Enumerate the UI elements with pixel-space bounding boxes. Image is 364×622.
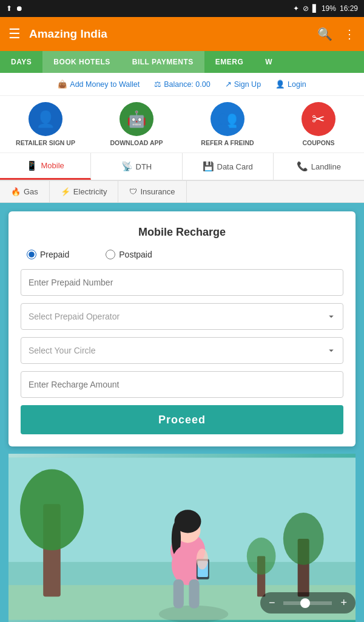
svg-point-15 [197, 549, 208, 569]
zoom-in-button[interactable]: + [332, 592, 356, 613]
more-icon[interactable]: ⋮ [343, 27, 356, 41]
hamburger-menu[interactable]: ☰ [8, 26, 21, 42]
secondary-tab-bar: 🔥 Gas ⚡ Electricity 🛡 Insurance [0, 181, 364, 203]
main-content: Mobile Recharge Prepaid Postpaid Select … [0, 203, 364, 622]
gas-tab-label: Gas [24, 187, 38, 196]
proceed-button[interactable]: Proceed [21, 405, 343, 434]
electricity-tab-icon: ⚡ [61, 187, 70, 196]
signal-icon: ▋ [312, 4, 318, 13]
status-left-icons: ⬆ ⏺ [6, 4, 23, 13]
svg-rect-11 [174, 579, 184, 609]
mobile-tab-label: Mobile [41, 161, 64, 170]
signup-icon: ↗ [225, 80, 232, 89]
coupons-label: COUPONS [302, 139, 334, 146]
balance-icon: ⚖ [154, 80, 161, 89]
insurance-tab-label: Insurance [140, 187, 175, 196]
wifi-off-icon: ⊘ [303, 4, 309, 13]
download-app-item[interactable]: 🤖 DOWNLOAD APP [91, 102, 182, 146]
signup-link[interactable]: ↗ Sign Up [225, 80, 261, 89]
coupons-icon: ✂ [302, 102, 335, 136]
tab-insurance[interactable]: 🛡 Insurance [118, 181, 186, 202]
postpaid-radio[interactable] [106, 250, 115, 259]
zoom-out-button[interactable]: − [260, 592, 284, 613]
landline-tab-label: Landline [311, 162, 341, 171]
tab-datacard[interactable]: 💾 Data Card [183, 153, 274, 180]
refer-friend-item[interactable]: 👥 REFER A FREIND [182, 102, 273, 146]
bluetooth-icon: ✦ [293, 4, 299, 13]
dth-tab-icon: 📡 [121, 161, 133, 172]
nav-item-bill-payments[interactable]: BILL PAYMENTS [121, 51, 204, 73]
datacard-tab-label: Data Card [217, 162, 253, 171]
time-display: 16:29 [340, 4, 358, 13]
dth-tab-label: DTH [136, 162, 152, 171]
retailer-label: RETAILER SIGN UP [16, 139, 75, 146]
search-icon[interactable]: 🔍 [317, 27, 332, 41]
prepaid-number-input[interactable] [21, 269, 343, 296]
status-bar: ⬆ ⏺ ✦ ⊘ ▋ 19% 16:29 [0, 0, 364, 17]
recharge-amount-input[interactable] [21, 371, 343, 398]
landline-tab-icon: 📞 [297, 161, 308, 172]
svg-point-19 [247, 538, 276, 575]
top-bar: ☰ Amazing India 🔍 ⋮ [0, 17, 364, 51]
postpaid-radio-label[interactable]: Postpaid [106, 250, 152, 259]
datacard-tab-icon: 💾 [203, 161, 214, 172]
tab-electricity[interactable]: ⚡ Electricity [50, 181, 119, 202]
insurance-tab-icon: 🛡 [129, 187, 137, 196]
nav-item-w[interactable]: W [254, 51, 283, 73]
postpaid-label: Postpaid [119, 250, 152, 259]
download-label: DOWNLOAD APP [110, 139, 163, 146]
tab-mobile[interactable]: 📱 Mobile [0, 153, 91, 180]
wallet-icon: 👜 [58, 80, 67, 89]
operator-select[interactable]: Select Prepaid Operator Airtel Vodafone … [21, 303, 343, 330]
mobile-recharge-form: Mobile Recharge Prepaid Postpaid Select … [8, 211, 356, 446]
nav-item-days[interactable]: DAYS [0, 51, 42, 73]
wallet-bar: 👜 Add Money to Wallet ⚖ Balance: 0.00 ↗ … [0, 73, 364, 96]
electricity-tab-label: Electricity [73, 187, 107, 196]
form-title: Mobile Recharge [21, 226, 343, 239]
svg-point-4 [20, 470, 84, 550]
retailer-signup-item[interactable]: 👤 RETAILER SIGN UP [0, 102, 91, 146]
gas-tab-icon: 🔥 [11, 187, 21, 196]
icon-grid: 👤 RETAILER SIGN UP 🤖 DOWNLOAD APP 👥 REFE… [0, 96, 364, 153]
retailer-icon: 👤 [29, 102, 62, 136]
tab-gas[interactable]: 🔥 Gas [0, 181, 50, 202]
top-bar-icons: 🔍 ⋮ [317, 27, 356, 41]
refer-label: REFER A FREIND [201, 139, 254, 146]
svg-rect-12 [189, 579, 199, 609]
login-icon: 👤 [275, 80, 285, 89]
prepaid-label: Prepaid [40, 250, 69, 259]
app-title: Amazing India [29, 27, 317, 41]
login-link[interactable]: 👤 Login [275, 80, 306, 89]
nav-strip: DAYS BOOK HOTELS BILL PAYMENTS EMERG W [0, 51, 364, 73]
download-icon: 🤖 [120, 102, 153, 136]
zoom-slider-track [283, 601, 332, 605]
nav-item-book-hotels[interactable]: BOOK HOTELS [42, 51, 121, 73]
payment-type-radio-group: Prepaid Postpaid [21, 250, 343, 259]
record-icon: ⏺ [16, 4, 23, 13]
mobile-tab-icon: 📱 [26, 160, 38, 171]
svg-point-17 [283, 513, 324, 565]
coupons-item[interactable]: ✂ COUPONS [273, 102, 364, 146]
tab-dth[interactable]: 📡 DTH [91, 153, 182, 180]
battery-text: 19% [322, 4, 336, 13]
prepaid-radio[interactable] [27, 250, 36, 259]
circle-select[interactable]: Select Your Circle Delhi Mumbai Karnatak… [21, 337, 343, 364]
refer-icon: 👥 [211, 102, 244, 136]
tab-landline[interactable]: 📞 Landline [274, 153, 364, 180]
primary-tab-bar: 📱 Mobile 📡 DTH 💾 Data Card 📞 Landline [0, 153, 364, 181]
zoom-controls: − + [260, 592, 356, 613]
status-right-icons: ✦ ⊘ ▋ 19% 16:29 [293, 4, 358, 13]
balance-display[interactable]: ⚖ Balance: 0.00 [154, 80, 210, 89]
zoom-slider-thumb[interactable] [300, 598, 310, 608]
prepaid-radio-label[interactable]: Prepaid [27, 250, 69, 259]
usb-icon: ⬆ [6, 4, 12, 13]
add-money-link[interactable]: 👜 Add Money to Wallet [58, 80, 140, 89]
nav-item-emerg[interactable]: EMERG [204, 51, 255, 73]
